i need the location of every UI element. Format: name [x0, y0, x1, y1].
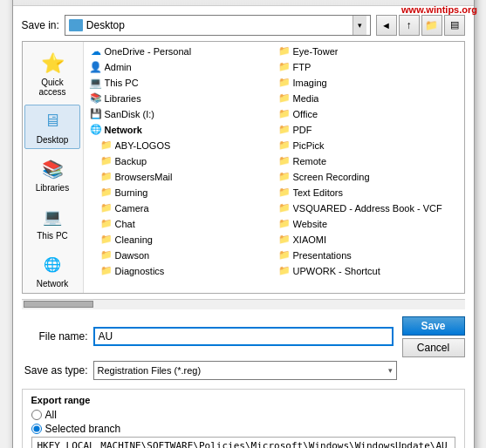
export-range-section: Export range All Selected branch HKEY_LO… — [22, 389, 465, 449]
savetype-dropdown-arrow[interactable]: ▾ — [388, 366, 393, 375]
sidebar-item-label: This PC — [37, 231, 68, 241]
list-item[interactable]: 📁ABY-LOGOS — [86, 138, 274, 153]
save-in-label: Save in: — [22, 19, 59, 31]
file-name: SanDisk (I:) — [105, 109, 154, 119]
list-item[interactable]: 📁Text Editors — [274, 185, 462, 200]
list-item[interactable]: 📁Camera — [86, 200, 274, 216]
list-item[interactable]: 👤Admin — [86, 59, 274, 75]
radio-row-all: All — [31, 409, 455, 421]
file-icon: 📁 — [278, 218, 291, 230]
list-item[interactable]: 📁PicPick — [274, 138, 462, 153]
list-item[interactable]: 📁Remote — [274, 153, 462, 169]
file-icon: 📁 — [100, 249, 113, 261]
list-item[interactable]: 📁Cleaning — [86, 232, 274, 248]
sidebar-item-label: Desktop — [37, 135, 69, 145]
back-icon: ◄ — [381, 20, 391, 31]
list-item[interactable]: 📁Dawson — [86, 248, 274, 263]
file-name: Chat — [115, 219, 135, 229]
file-icon: 📁 — [100, 187, 113, 199]
list-item[interactable]: 📁UPWORK - Shortcut — [274, 263, 462, 279]
filename-input[interactable] — [93, 327, 394, 346]
dialog-body: Save in: Desktop ▾ ◄ ↑ 📁 ▤ — [13, 6, 474, 449]
savetype-combo[interactable]: Registration Files (*.reg) ▾ — [93, 361, 397, 380]
list-item[interactable]: 💻This PC — [86, 75, 274, 91]
up-button[interactable]: ↑ — [399, 15, 420, 36]
radio-all[interactable] — [31, 410, 42, 420]
file-icon: 📁 — [278, 187, 291, 199]
list-item[interactable]: 📁XIAOMI — [274, 232, 462, 248]
save-button[interactable]: Save — [402, 316, 465, 336]
sidebar-item-label: Network — [37, 279, 69, 288]
view-button[interactable]: ▤ — [444, 15, 465, 36]
savetype-label: Save as type: — [22, 364, 88, 377]
save-in-dropdown-arrow[interactable]: ▾ — [353, 16, 366, 35]
list-item[interactable]: 📁Office — [274, 106, 462, 122]
file-icon: 🌐 — [90, 124, 102, 136]
list-item[interactable]: 📁Website — [274, 216, 462, 232]
list-item[interactable]: 📁Backup — [86, 153, 274, 169]
file-name: Burning — [115, 187, 148, 198]
file-name: This PC — [105, 78, 139, 88]
sidebar-item-this-pc[interactable]: 💻 This PC — [24, 200, 80, 245]
cancel-button[interactable]: Cancel — [402, 338, 465, 357]
sidebar-item-label: Libraries — [36, 183, 69, 193]
file-list-inner: ☁OneDrive - Personal👤Admin💻This PC📚Libra… — [86, 44, 462, 291]
file-icon: 📁 — [278, 155, 291, 167]
view-icon: ▤ — [450, 19, 459, 31]
list-item[interactable]: 📚Libraries — [86, 91, 274, 106]
list-item[interactable]: 📁Imaging — [274, 75, 462, 91]
bottom-form: File name: Save Cancel Save as type: Reg… — [22, 316, 465, 380]
list-item[interactable]: 📁Screen Recording — [274, 169, 462, 185]
file-icon: 📁 — [100, 265, 113, 277]
list-item[interactable]: 📁Diagnostics — [86, 263, 274, 279]
file-name: ABY-LOGOS — [115, 140, 171, 151]
list-item[interactable]: 📁VSQUARED - Address Book - VCF — [274, 200, 462, 216]
file-icon: 📁 — [100, 155, 113, 167]
radio-selected[interactable] — [31, 424, 42, 434]
file-name: Imaging — [293, 78, 327, 88]
sidebar-item-desktop[interactable]: 🖥 Desktop — [24, 105, 80, 149]
radio-selected-label[interactable]: Selected branch — [45, 423, 121, 435]
horizontal-scrollbar[interactable] — [22, 299, 465, 309]
list-item[interactable]: 📁BrowsersMail — [86, 169, 274, 185]
list-item[interactable]: ☁OneDrive - Personal — [86, 44, 274, 59]
quick-access-icon: ⭐ — [40, 51, 65, 76]
list-item[interactable]: 📁PDF — [274, 122, 462, 138]
file-column-left: ☁OneDrive - Personal👤Admin💻This PC📚Libra… — [86, 44, 274, 291]
list-item[interactable]: 🌐Network — [86, 122, 274, 138]
file-icon: 💻 — [90, 77, 102, 89]
registry-path: HKEY_LOCAL_MACHINE\SOFTWARE\Policies\Mic… — [31, 437, 455, 449]
sidebar-item-libraries[interactable]: 📚 Libraries — [24, 153, 80, 197]
list-item[interactable]: 📁Presentations — [274, 248, 462, 263]
new-folder-button[interactable]: 📁 — [421, 15, 442, 36]
file-name: Network — [105, 125, 142, 135]
file-name: Text Editors — [293, 187, 343, 198]
radio-all-label[interactable]: All — [45, 409, 57, 421]
file-icon: 📁 — [278, 77, 291, 89]
list-item[interactable]: 📁FTP — [274, 59, 462, 75]
list-item[interactable]: 📁Eye-Tower — [274, 44, 462, 59]
file-icon: 📁 — [100, 171, 113, 183]
file-name: Libraries — [105, 93, 141, 104]
file-list[interactable]: ☁OneDrive - Personal👤Admin💻This PC📚Libra… — [84, 42, 464, 293]
sidebar: ⭐ Quick access 🖥 Desktop 📚 Librarie — [23, 42, 84, 293]
list-item[interactable]: 📁Chat — [86, 216, 274, 232]
file-icon: 📁 — [278, 202, 291, 214]
list-item[interactable]: 📁Burning — [86, 185, 274, 200]
save-in-combo[interactable]: Desktop ▾ — [65, 15, 371, 36]
file-name: PDF — [293, 125, 312, 135]
file-name: Eye-Tower — [293, 46, 339, 57]
radio-row-selected: Selected branch — [31, 423, 455, 435]
scroll-thumb[interactable] — [24, 301, 93, 308]
file-icon: 📁 — [278, 139, 291, 152]
list-item[interactable]: 💾SanDisk (I:) — [86, 106, 274, 122]
file-name: Camera — [115, 203, 149, 214]
back-button[interactable]: ◄ — [376, 15, 397, 36]
file-icon: 📁 — [278, 171, 291, 183]
sidebar-item-network[interactable]: 🌐 Network — [24, 248, 80, 293]
export-registry-dialog: Export Registry File ✕ Save in: Desktop … — [12, 0, 475, 448]
list-item[interactable]: 📁Media — [274, 91, 462, 106]
file-name: Admin — [105, 62, 132, 72]
sidebar-item-label: Quick access — [27, 78, 78, 97]
sidebar-item-quick-access[interactable]: ⭐ Quick access — [24, 47, 80, 101]
